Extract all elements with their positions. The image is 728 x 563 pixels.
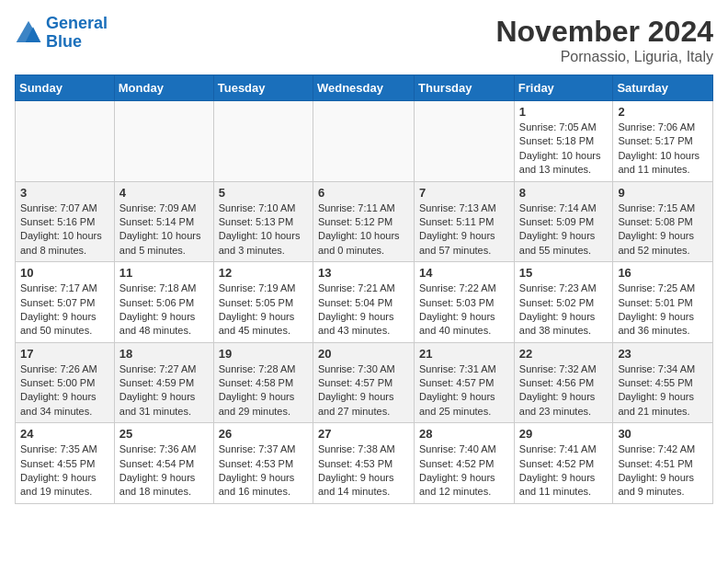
day-info: Sunrise: 7:37 AM Sunset: 4:53 PM Dayligh… [219, 442, 308, 500]
calendar-day-cell: 3Sunrise: 7:07 AM Sunset: 5:16 PM Daylig… [16, 181, 115, 262]
calendar-day-cell: 13Sunrise: 7:21 AM Sunset: 5:04 PM Dayli… [313, 262, 414, 343]
calendar-day-cell: 22Sunrise: 7:32 AM Sunset: 4:56 PM Dayli… [514, 342, 613, 423]
calendar-day-cell: 19Sunrise: 7:28 AM Sunset: 4:58 PM Dayli… [213, 342, 313, 423]
day-info: Sunrise: 7:34 AM Sunset: 4:55 PM Dayligh… [618, 362, 708, 419]
day-number: 17 [20, 347, 109, 361]
month-title: November 2024 [495, 15, 713, 49]
calendar-day-cell [213, 101, 313, 182]
day-number: 25 [119, 427, 209, 441]
calendar-day-cell: 5Sunrise: 7:10 AM Sunset: 5:13 PM Daylig… [213, 181, 313, 262]
day-number: 19 [219, 347, 308, 361]
day-number: 30 [618, 427, 708, 441]
day-info: Sunrise: 7:25 AM Sunset: 5:01 PM Dayligh… [618, 282, 708, 339]
logo-icon [15, 19, 42, 47]
day-info: Sunrise: 7:28 AM Sunset: 4:58 PM Dayligh… [219, 362, 308, 419]
day-info: Sunrise: 7:18 AM Sunset: 5:06 PM Dayligh… [119, 282, 209, 339]
calendar-day-cell: 25Sunrise: 7:36 AM Sunset: 4:54 PM Dayli… [114, 423, 213, 504]
day-number: 29 [519, 427, 609, 441]
calendar-day-cell: 10Sunrise: 7:17 AM Sunset: 5:07 PM Dayli… [16, 262, 115, 343]
day-number: 11 [119, 266, 209, 280]
weekday-header: Tuesday [213, 75, 313, 101]
weekday-header: Saturday [613, 75, 713, 101]
day-number: 14 [419, 266, 509, 280]
calendar-day-cell [114, 101, 213, 182]
day-number: 10 [20, 266, 109, 280]
calendar-day-cell: 21Sunrise: 7:31 AM Sunset: 4:57 PM Dayli… [415, 342, 515, 423]
calendar-day-cell [313, 101, 414, 182]
day-number: 24 [20, 427, 109, 441]
day-number: 20 [318, 347, 409, 361]
day-number: 16 [618, 266, 708, 280]
calendar-day-cell: 16Sunrise: 7:25 AM Sunset: 5:01 PM Dayli… [613, 262, 713, 343]
day-info: Sunrise: 7:17 AM Sunset: 5:07 PM Dayligh… [20, 282, 109, 339]
calendar-week-row: 24Sunrise: 7:35 AM Sunset: 4:55 PM Dayli… [16, 423, 713, 504]
weekday-header: Wednesday [313, 75, 414, 101]
calendar-day-cell: 12Sunrise: 7:19 AM Sunset: 5:05 PM Dayli… [213, 262, 313, 343]
day-number: 18 [119, 347, 209, 361]
calendar-week-row: 3Sunrise: 7:07 AM Sunset: 5:16 PM Daylig… [16, 181, 713, 262]
weekday-header: Thursday [415, 75, 515, 101]
day-info: Sunrise: 7:14 AM Sunset: 5:09 PM Dayligh… [519, 201, 609, 259]
calendar-week-row: 17Sunrise: 7:26 AM Sunset: 5:00 PM Dayli… [16, 342, 713, 423]
day-number: 28 [419, 427, 509, 441]
calendar-day-cell: 4Sunrise: 7:09 AM Sunset: 5:14 PM Daylig… [114, 181, 213, 262]
day-number: 27 [318, 427, 409, 441]
calendar-day-cell: 15Sunrise: 7:23 AM Sunset: 5:02 PM Dayli… [514, 262, 613, 343]
day-number: 23 [618, 347, 708, 361]
calendar-day-cell [415, 101, 515, 182]
location-title: Pornassio, Liguria, Italy [495, 49, 713, 65]
day-number: 3 [20, 186, 109, 200]
day-info: Sunrise: 7:27 AM Sunset: 4:59 PM Dayligh… [119, 362, 209, 419]
calendar-header-row: SundayMondayTuesdayWednesdayThursdayFrid… [16, 75, 713, 101]
calendar-day-cell [16, 101, 115, 182]
day-number: 13 [318, 266, 409, 280]
day-number: 22 [519, 347, 609, 361]
day-info: Sunrise: 7:35 AM Sunset: 4:55 PM Dayligh… [20, 442, 109, 500]
logo-text: General Blue [46, 15, 108, 52]
calendar-day-cell: 17Sunrise: 7:26 AM Sunset: 5:00 PM Dayli… [16, 342, 115, 423]
day-info: Sunrise: 7:15 AM Sunset: 5:08 PM Dayligh… [618, 201, 708, 259]
day-number: 21 [419, 347, 509, 361]
calendar-day-cell: 18Sunrise: 7:27 AM Sunset: 4:59 PM Dayli… [114, 342, 213, 423]
calendar-day-cell: 20Sunrise: 7:30 AM Sunset: 4:57 PM Dayli… [313, 342, 414, 423]
day-info: Sunrise: 7:38 AM Sunset: 4:53 PM Dayligh… [318, 442, 409, 500]
calendar-day-cell: 29Sunrise: 7:41 AM Sunset: 4:52 PM Dayli… [514, 423, 613, 504]
calendar-day-cell: 26Sunrise: 7:37 AM Sunset: 4:53 PM Dayli… [213, 423, 313, 504]
calendar-day-cell: 7Sunrise: 7:13 AM Sunset: 5:11 PM Daylig… [415, 181, 515, 262]
calendar-day-cell: 1Sunrise: 7:05 AM Sunset: 5:18 PM Daylig… [514, 101, 613, 182]
day-info: Sunrise: 7:31 AM Sunset: 4:57 PM Dayligh… [419, 362, 509, 419]
day-info: Sunrise: 7:41 AM Sunset: 4:52 PM Dayligh… [519, 442, 609, 500]
calendar-table: SundayMondayTuesdayWednesdayThursdayFrid… [15, 75, 713, 504]
day-info: Sunrise: 7:22 AM Sunset: 5:03 PM Dayligh… [419, 282, 509, 339]
day-number: 6 [318, 186, 409, 200]
day-info: Sunrise: 7:32 AM Sunset: 4:56 PM Dayligh… [519, 362, 609, 419]
day-info: Sunrise: 7:07 AM Sunset: 5:16 PM Dayligh… [20, 201, 109, 259]
day-info: Sunrise: 7:30 AM Sunset: 4:57 PM Dayligh… [318, 362, 409, 419]
logo: General Blue [15, 15, 108, 52]
day-info: Sunrise: 7:05 AM Sunset: 5:18 PM Dayligh… [519, 121, 609, 178]
calendar-day-cell: 30Sunrise: 7:42 AM Sunset: 4:51 PM Dayli… [613, 423, 713, 504]
weekday-header: Sunday [16, 75, 115, 101]
calendar-day-cell: 27Sunrise: 7:38 AM Sunset: 4:53 PM Dayli… [313, 423, 414, 504]
calendar-day-cell: 28Sunrise: 7:40 AM Sunset: 4:52 PM Dayli… [415, 423, 515, 504]
day-number: 9 [618, 186, 708, 200]
day-number: 2 [618, 105, 708, 119]
day-info: Sunrise: 7:26 AM Sunset: 5:00 PM Dayligh… [20, 362, 109, 419]
day-info: Sunrise: 7:10 AM Sunset: 5:13 PM Dayligh… [219, 201, 308, 259]
day-number: 12 [219, 266, 308, 280]
day-number: 15 [519, 266, 609, 280]
calendar-day-cell: 8Sunrise: 7:14 AM Sunset: 5:09 PM Daylig… [514, 181, 613, 262]
day-info: Sunrise: 7:21 AM Sunset: 5:04 PM Dayligh… [318, 282, 409, 339]
day-info: Sunrise: 7:19 AM Sunset: 5:05 PM Dayligh… [219, 282, 308, 339]
calendar-week-row: 1Sunrise: 7:05 AM Sunset: 5:18 PM Daylig… [16, 101, 713, 182]
calendar-day-cell: 14Sunrise: 7:22 AM Sunset: 5:03 PM Dayli… [415, 262, 515, 343]
page-header: General Blue November 2024 Pornassio, Li… [15, 15, 713, 65]
calendar-week-row: 10Sunrise: 7:17 AM Sunset: 5:07 PM Dayli… [16, 262, 713, 343]
day-number: 4 [119, 186, 209, 200]
calendar-day-cell: 11Sunrise: 7:18 AM Sunset: 5:06 PM Dayli… [114, 262, 213, 343]
calendar-day-cell: 9Sunrise: 7:15 AM Sunset: 5:08 PM Daylig… [613, 181, 713, 262]
day-number: 1 [519, 105, 609, 119]
title-block: November 2024 Pornassio, Liguria, Italy [495, 15, 713, 65]
day-number: 7 [419, 186, 509, 200]
day-info: Sunrise: 7:11 AM Sunset: 5:12 PM Dayligh… [318, 201, 409, 259]
